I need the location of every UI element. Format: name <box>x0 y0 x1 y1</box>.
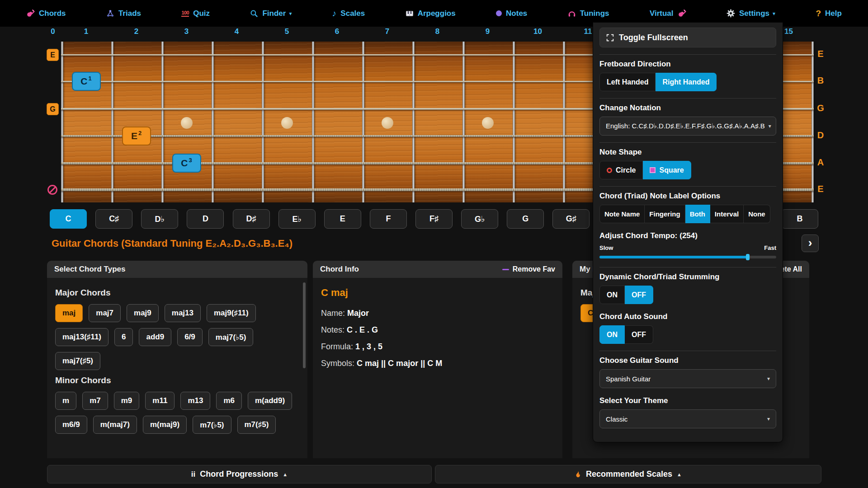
nav-item-help[interactable]: ?Help <box>816 9 841 18</box>
chord-type-buttons: majmaj7maj9maj13maj9(♯11)maj13(♯11)6add9… <box>55 304 295 370</box>
note-shape-option-circle[interactable]: Circle <box>599 161 643 179</box>
fret-number-7: 7 <box>385 27 389 36</box>
fret-inlay-dot <box>482 117 494 129</box>
fretboard-direction-option-left-handed[interactable]: Left Handed <box>599 73 656 91</box>
tempo-scale-labels: Slow Fast <box>599 244 776 251</box>
chord-type-maj13[interactable]: maj13 <box>165 304 201 322</box>
option-label: Circle <box>616 166 636 174</box>
chord-type-maj9[interactable]: maj9 <box>127 304 159 322</box>
chord-progressions-button[interactable]: ii Chord Progressions ▲ <box>47 465 432 483</box>
chord-type-m7-5[interactable]: m7(♯5) <box>237 416 276 434</box>
chord-type-maj9-11[interactable]: maj9(♯11) <box>207 304 256 322</box>
chord-type-m[interactable]: m <box>55 392 76 410</box>
chord-type-maj7-5[interactable]: maj7(♯5) <box>55 352 100 370</box>
nav-item-virtual[interactable]: Virtual <box>650 9 686 18</box>
note-label-option-interval[interactable]: Interval <box>710 205 744 223</box>
chord-info-row: Notes: C . E . G <box>321 322 554 338</box>
nav-item-quiz[interactable]: 100Quiz <box>181 9 210 18</box>
note-shape-option-square[interactable]: Square <box>643 161 691 179</box>
chord-type-add9[interactable]: add9 <box>139 328 171 346</box>
chord-type-m13[interactable]: m13 <box>180 392 210 410</box>
strumming-group: ONOFF <box>599 286 776 304</box>
open-string-note-e[interactable]: E <box>47 49 59 61</box>
nav-item-chords[interactable]: Chords <box>26 9 66 18</box>
note-button-f[interactable]: F <box>370 209 407 229</box>
fret-inlay-dot <box>181 117 193 129</box>
nav-item-arpeggios[interactable]: Arpeggios <box>406 9 456 18</box>
chord-type-6[interactable]: 6 <box>114 328 133 346</box>
chord-type-maj7-5[interactable]: maj7(♭5) <box>208 328 254 346</box>
scrollbar-thumb[interactable] <box>303 282 306 368</box>
nav-item-notes[interactable]: Notes <box>496 9 527 18</box>
chord-type-maj13-11[interactable]: maj13(♯11) <box>55 328 108 346</box>
chord-type-m-add9[interactable]: m(add9) <box>248 392 292 410</box>
recommended-scales-button[interactable]: Recommended Scales ▲ <box>435 465 821 483</box>
chord-type-m6[interactable]: m6 <box>216 392 242 410</box>
note-label-option-note-name[interactable]: Note Name <box>599 205 645 223</box>
chord-type-m6-9[interactable]: m6/9 <box>55 416 87 434</box>
strumming-option-off[interactable]: OFF <box>625 286 653 304</box>
note-button-c[interactable]: C♯ <box>95 209 132 229</box>
note-button-c[interactable]: C <box>50 209 87 229</box>
note-button-g[interactable]: G♭ <box>461 209 498 229</box>
chord-type-maj[interactable]: maj <box>55 304 83 322</box>
fullscreen-icon <box>606 34 614 42</box>
marker-note: E <box>131 131 137 141</box>
note-button-d[interactable]: D♭ <box>141 209 178 229</box>
next-page-button[interactable]: › <box>802 235 819 252</box>
note-label-option-fingering[interactable]: Fingering <box>645 205 685 223</box>
chord-type-maj7[interactable]: maj7 <box>89 304 121 322</box>
nav-item-triads[interactable]: Triads <box>106 9 141 18</box>
open-strings-strip: EG <box>45 42 61 202</box>
note-marker-c-3[interactable]: C3 <box>172 154 201 173</box>
tempo-slider-thumb[interactable] <box>746 254 750 260</box>
note-button-e[interactable]: E♭ <box>278 209 316 229</box>
nav-item-finder[interactable]: Finder▾ <box>250 9 292 18</box>
open-string-note-g[interactable]: G <box>47 103 59 115</box>
auto-sound-group: ONOFF <box>599 325 776 344</box>
note-button-f[interactable]: F♯ <box>415 209 453 229</box>
chord-type-6-9[interactable]: 6/9 <box>177 328 203 346</box>
tempo-slider[interactable] <box>599 256 776 258</box>
note-button-g[interactable]: G♯ <box>552 209 590 229</box>
fret-wire <box>362 42 364 202</box>
fret-number-5: 5 <box>285 27 289 36</box>
chord-type-m7[interactable]: m7 <box>82 392 108 410</box>
theme-select[interactable]: Classic ▾ <box>599 409 776 428</box>
chord-info-row: Symbols: C maj || C major || C M <box>321 355 554 372</box>
fretboard-direction-option-right-handed[interactable]: Right Handed <box>656 73 717 91</box>
chord-type-m7-5[interactable]: m7(♭5) <box>193 416 231 434</box>
nav-item-label: Arpeggios <box>418 9 456 18</box>
chord-type-m9[interactable]: m9 <box>114 392 140 410</box>
note-marker-c-1[interactable]: C1 <box>72 72 101 91</box>
note-button-d[interactable]: D♯ <box>233 209 270 229</box>
note-button-d[interactable]: D <box>187 209 224 229</box>
auto-sound-option-on[interactable]: ON <box>599 325 625 344</box>
note-marker-e-2[interactable]: E2 <box>122 127 151 145</box>
nav-item-tunings[interactable]: Tunings <box>568 9 609 18</box>
chord-type-m11[interactable]: m11 <box>145 392 175 410</box>
nav-item-label: Tunings <box>580 9 609 18</box>
strumming-option-on[interactable]: ON <box>599 286 625 304</box>
chevron-right-icon: › <box>808 237 812 249</box>
toggle-fullscreen-button[interactable]: Toggle Fullscreen <box>599 28 776 47</box>
auto-sound-option-off[interactable]: OFF <box>625 325 653 344</box>
chord-type-buttons: mm7m9m11m13m6m(add9)m6/9m(maj7)m(maj9)m7… <box>55 392 295 434</box>
chord-type-m-maj7[interactable]: m(maj7) <box>93 416 137 434</box>
note-label-option-both[interactable]: Both <box>685 205 710 223</box>
fret-number-8: 8 <box>435 27 439 36</box>
note-button-e[interactable]: E <box>324 209 361 229</box>
note-button-b[interactable]: B <box>781 209 818 229</box>
chord-type-m-maj9[interactable]: m(maj9) <box>143 416 187 434</box>
chord-types-title: Select Chord Types <box>54 265 125 274</box>
search-icon <box>250 9 258 18</box>
remove-fav-button[interactable]: Remove Fav <box>502 265 555 273</box>
note-button-g[interactable]: G <box>507 209 544 229</box>
nav-item-scales[interactable]: ♪Scales <box>332 9 365 18</box>
guitar-sound-select[interactable]: Spanish Guitar ▾ <box>599 369 776 388</box>
notation-select[interactable]: English: C.C♯.D♭.D.D♯.E♭.E.F.F♯.G♭.G.G♯.… <box>599 117 776 136</box>
chord-info-row: Formula: 1 , 3 , 5 <box>321 338 554 355</box>
note-label-option-none[interactable]: None <box>744 205 770 223</box>
notation-select-value: English: C.C♯.D♭.D.D♯.E♭.E.F.F♯.G♭.G.G♯.… <box>606 122 765 130</box>
nav-item-settings[interactable]: Settings▾ <box>726 9 775 18</box>
